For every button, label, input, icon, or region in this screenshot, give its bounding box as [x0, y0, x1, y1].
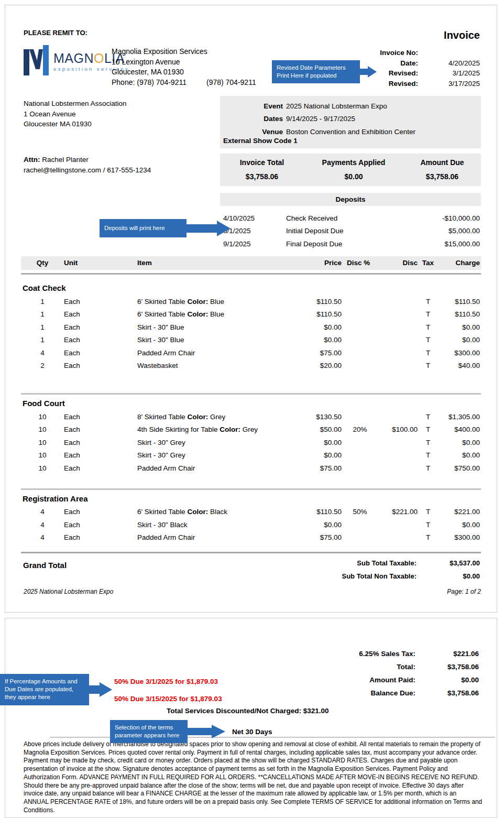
summary-amount-due: Amount Due$3,758.06	[403, 158, 481, 186]
item-row: 1 Each Skirt - 30" Blue $0.00 T $0.00	[21, 334, 481, 347]
bill-to-block: National Lobstermen Association 1 Ocean …	[24, 99, 127, 129]
invoice-date-row: Date:4/20/2025	[380, 58, 480, 69]
item-description: 6' Skirted Table Color: Blue	[137, 310, 300, 318]
deposits-header: Deposits	[220, 193, 481, 206]
item-charge: $110.50	[439, 310, 481, 318]
venue-value: Boston Convention and Exhibition Center	[286, 128, 481, 136]
item-tax: T	[418, 349, 439, 357]
callout-revised-dates-text: Revised Date Parameters Print Here if po…	[272, 60, 360, 83]
deposit-date: 6/1/2025	[223, 227, 286, 235]
item-qty: 10	[21, 464, 64, 472]
item-description: Padded Arm Chair	[137, 349, 300, 357]
remit-label: PLEASE REMIT TO:	[24, 29, 87, 37]
item-description: 6' Skirted Table Color: Blue	[137, 298, 300, 306]
item-unit: Each	[64, 451, 137, 459]
item-price: $75.00	[300, 533, 342, 541]
item-description: 8' Skirted Table Color: Grey	[137, 413, 300, 421]
item-charge: $110.50	[439, 298, 481, 306]
item-unit: Each	[64, 521, 137, 529]
callout-deposits: Deposits will print here	[100, 219, 231, 237]
invoice-revised2-value: 3/17/2025	[418, 80, 480, 88]
item-description: Skirt - 30" Black	[137, 521, 300, 529]
item-qty: 10	[21, 451, 64, 459]
item-row: 1 Each 6' Skirted Table Color: Blue $110…	[21, 308, 481, 321]
grand-total-section: Grand Total Sub Total Taxable:$3,537.00 …	[21, 552, 481, 583]
venue-label: Venue	[220, 128, 283, 136]
bill-to-address1: 1 Ocean Avenue	[24, 109, 127, 119]
totals-block: 6.25% Sales Tax:$221.06 Total:$3,758.06 …	[215, 647, 480, 700]
items-table-header: Qty Unit Item Price Disc % Disc Tax Char…	[21, 256, 481, 270]
footer-page-number: Page: 1 of 2	[447, 588, 481, 595]
dates-label: Dates	[220, 115, 283, 123]
item-unit: Each	[64, 310, 137, 318]
payment-terms-value: Net 30 Days	[232, 728, 272, 736]
col-header-charge: Charge	[439, 256, 481, 270]
subtotal-nontaxable-row: Sub Total Non Taxable:$0.00	[21, 570, 481, 583]
col-header-disc-pct: Disc %	[342, 256, 378, 270]
total-row: Total:$3,758.06	[215, 660, 480, 673]
percentage-due-1: 50% Due 3/1/2025 for $1,879.03	[114, 678, 218, 685]
item-description: Skirt - 30" Grey	[137, 451, 300, 459]
item-tax: T	[418, 533, 439, 541]
deposit-amount: $15,000.00	[444, 240, 480, 248]
items-section: Registration Area 4 Each 6' Skirted Tabl…	[21, 488, 481, 544]
invoice-revised1-value: 3/1/2025	[418, 69, 480, 77]
company-name: Magnolia Exposition Services	[112, 47, 256, 57]
event-value: 2025 National Lobsterman Expo	[286, 102, 481, 110]
summary-payments-applied: Payments Applied$0.00	[304, 158, 403, 186]
invoice-revised2-row: Revised:3/17/2025	[380, 79, 480, 89]
items-sections: Coat Check 1 Each 6' Skirted Table Color…	[21, 280, 481, 544]
deposit-description: Check Received	[286, 214, 442, 222]
item-price: $130.50	[300, 413, 342, 421]
item-price: $110.50	[300, 508, 342, 516]
invoice-revised1-row: Revised:3/1/2025	[380, 68, 480, 79]
item-charge: $0.00	[439, 439, 481, 446]
item-qty: 1	[21, 298, 64, 306]
deposit-row: 4/10/2025 Check Received -$10,000.00	[220, 212, 481, 225]
sales-tax-row: 6.25% Sales Tax:$221.06	[215, 647, 480, 660]
item-row: 10 Each 8' Skirted Table Color: Grey $13…	[21, 410, 481, 423]
item-price: $0.00	[300, 451, 342, 459]
logo-m-icon	[24, 45, 51, 75]
item-unit: Each	[64, 426, 137, 433]
dates-row: Dates9/14/2025 - 9/17/2025	[220, 113, 481, 126]
summary-payments-header: Payments Applied	[304, 158, 403, 167]
item-tax: T	[418, 310, 439, 318]
invoice-no-label: Invoice No:	[380, 49, 418, 57]
callout-arrow-icon	[89, 682, 112, 697]
balance-due-value: $3,758.06	[415, 689, 480, 697]
item-charge: $0.00	[439, 451, 481, 459]
item-description: Padded Arm Chair	[137, 533, 300, 541]
item-row: 4 Each 6' Skirted Table Color: Black $11…	[21, 506, 481, 519]
item-qty: 1	[21, 310, 64, 318]
subtotal-taxable-row: Sub Total Taxable:$3,537.00	[21, 557, 481, 570]
item-unit: Each	[64, 533, 137, 541]
invoice-summary-box: Invoice Total$3,758.06 Payments Applied$…	[220, 154, 481, 186]
deposit-description: Final Deposit Due	[286, 240, 444, 248]
item-row: 1 Each Skirt - 30" Blue $0.00 T $0.00	[21, 321, 481, 334]
col-header-unit: Unit	[64, 256, 137, 270]
header-divider	[21, 273, 481, 275]
section-heading: Food Court	[21, 396, 481, 410]
item-charge: $0.00	[439, 336, 481, 344]
col-header-disc: Disc	[378, 256, 418, 270]
item-unit: Each	[64, 413, 137, 421]
item-description: 6' Skirted Table Color: Black	[137, 508, 300, 516]
callout-terms-text: Selection of the terms parameter appears…	[110, 720, 188, 743]
item-charge: $300.00	[439, 533, 481, 541]
item-tax: T	[418, 464, 439, 472]
item-price: $110.50	[300, 310, 342, 318]
terms-paragraph: Above prices include delivery of merchan…	[24, 740, 483, 814]
deposit-amount: -$10,000.00	[442, 214, 480, 222]
col-header-price: Price	[300, 256, 342, 270]
logo-name-part2: O	[94, 51, 104, 66]
footer-event-name: 2025 National Lobsterman Expo	[24, 588, 113, 595]
event-label: Event	[220, 102, 283, 110]
company-address1: 10 Lexington Avenue	[112, 57, 256, 68]
item-tax: T	[418, 413, 439, 421]
item-unit: Each	[64, 336, 137, 344]
amount-paid-value: $0.00	[415, 676, 480, 684]
attn-contact: rachel@tellingstone.com / 617-555-1234	[24, 165, 151, 176]
item-row: 10 Each Skirt - 30" Grey $0.00 T $0.00	[21, 449, 481, 462]
section-rows: 10 Each 8' Skirted Table Color: Grey $13…	[21, 410, 481, 475]
